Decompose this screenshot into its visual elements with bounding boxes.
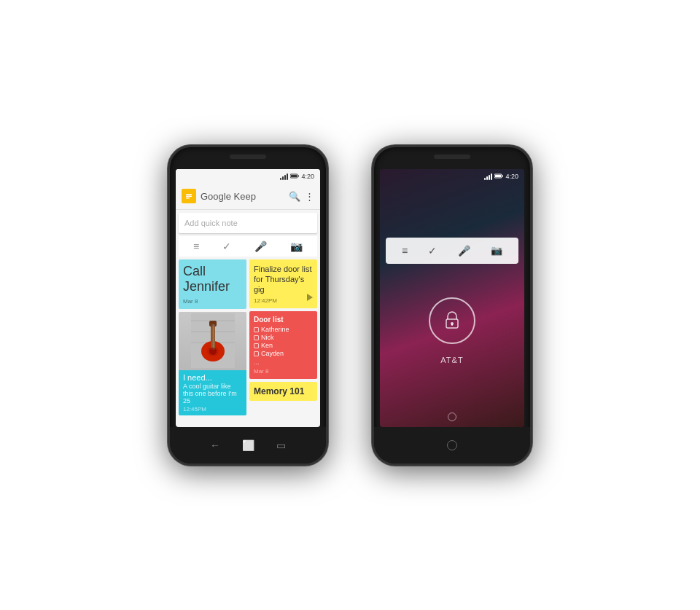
camera-action-icon[interactable]: 📷 — [290, 241, 303, 252]
svg-rect-1 — [298, 176, 300, 177]
svg-rect-5 — [186, 196, 192, 198]
lock-time-display: 4:20 — [505, 173, 518, 180]
status-bar: 4:20 — [176, 169, 320, 184]
note-guitar-image[interactable]: I need... A cool guitar like this one be… — [179, 312, 246, 415]
lock-battery-icon — [494, 173, 503, 179]
lock-mic-icon[interactable]: 🎤 — [458, 245, 470, 257]
lock-status-bar: 4:20 — [380, 169, 524, 184]
keep-toolbar: Google Keep 🔍 ⋮ — [176, 184, 320, 210]
phone-keep: 4:20 Google Keep 🔍 ⋮ Add quick — [168, 145, 328, 466]
lock-camera-icon[interactable]: 📷 — [491, 245, 502, 256]
lock-padlock-icon — [442, 309, 462, 332]
note-call-date: Mar 8 — [183, 298, 242, 305]
note-call-title: CallJennifer — [183, 264, 242, 295]
phone-lock: 4:20 ≡ ✓ 🎤 📷 AT&T — [372, 145, 532, 466]
guitar-svg — [191, 313, 235, 368]
lock-nav-bar — [374, 427, 530, 464]
more-icon[interactable]: ⋮ — [305, 191, 314, 202]
list-item-ken: Ken — [254, 342, 313, 349]
note-memory-101[interactable]: Memory 101 — [249, 382, 317, 401]
note-memory-title: Memory 101 — [254, 386, 313, 396]
lock-bottom — [448, 412, 456, 421]
note-guitar-caption: I need... A cool guitar like this one be… — [179, 370, 246, 415]
door-list-date: Mar 8 — [254, 368, 313, 375]
keep-logo — [182, 189, 196, 203]
phone-keep-screen: 4:20 Google Keep 🔍 ⋮ Add quick — [176, 169, 320, 427]
checkbox-nick — [254, 335, 259, 340]
checkbox-cayden — [254, 351, 259, 356]
svg-rect-20 — [502, 176, 504, 177]
back-nav-icon[interactable]: ← — [210, 439, 220, 451]
note-ineed-title: I need... — [183, 373, 242, 382]
quick-note-placeholder: Add quick note — [184, 219, 238, 227]
lock-center: AT&T — [429, 297, 475, 364]
recent-nav-icon[interactable]: ▭ — [276, 439, 286, 451]
note-finalize-title: Finalize door list for Thursday's gig — [254, 264, 313, 295]
note-ineed-time: 12:45PM — [183, 406, 242, 412]
note-door-title: Door list — [254, 316, 313, 324]
phone-lock-screen: 4:20 ≡ ✓ 🎤 📷 AT&T — [380, 169, 524, 427]
list-action-icon[interactable]: ≡ — [193, 241, 199, 252]
svg-rect-6 — [186, 198, 190, 199]
keep-app-title: Google Keep — [201, 191, 284, 202]
lock-signal-icon — [484, 173, 492, 180]
list-item-cayden: Cayden — [254, 350, 313, 357]
svg-rect-14 — [209, 321, 217, 326]
search-icon[interactable]: 🔍 — [289, 191, 300, 202]
note-ineed-body: A cool guitar like this one before I'm 2… — [183, 383, 242, 404]
list-ellipsis: ... — [254, 359, 313, 366]
list-item-katherine: Katherine — [254, 326, 313, 333]
signal-icon — [280, 173, 288, 180]
list-item-nick: Nick — [254, 334, 313, 341]
nav-bar: ← ⬜ ▭ — [170, 427, 326, 464]
svg-rect-24 — [451, 324, 453, 326]
svg-point-18 — [209, 348, 217, 355]
check-action-icon[interactable]: ✓ — [222, 241, 231, 252]
checkbox-katherine — [254, 327, 259, 332]
time-display: 4:20 — [301, 173, 314, 180]
svg-rect-4 — [186, 194, 192, 195]
battery-icon — [290, 173, 299, 179]
quick-note-input[interactable]: Add quick note — [179, 213, 317, 233]
notes-grid: CallJennifer Mar 8 — [176, 259, 320, 415]
lock-home-dot[interactable] — [448, 412, 456, 421]
lock-screen: 4:20 ≡ ✓ 🎤 📷 AT&T — [380, 169, 524, 427]
lock-nav-home[interactable] — [447, 440, 457, 450]
note-door-list[interactable]: Door list Katherine Nick Ken — [249, 311, 317, 379]
keep-app: 4:20 Google Keep 🔍 ⋮ Add quick — [176, 169, 320, 427]
lock-list-icon[interactable]: ≡ — [402, 245, 408, 257]
note-call-jennifer[interactable]: CallJennifer Mar 8 — [179, 259, 246, 309]
action-bar: ≡ ✓ 🎤 📷 — [179, 236, 317, 257]
mic-action-icon[interactable]: 🎤 — [254, 241, 267, 252]
carrier-label: AT&T — [440, 356, 463, 364]
svg-rect-21 — [495, 175, 501, 177]
checkbox-ken — [254, 343, 259, 348]
home-nav-icon[interactable]: ⬜ — [242, 439, 254, 451]
note-finalize-time: 12:42PM — [254, 297, 313, 304]
lock-quick-bar: ≡ ✓ 🎤 📷 — [386, 238, 518, 264]
note-finalize-door[interactable]: Finalize door list for Thursday's gig 12… — [249, 259, 317, 309]
svg-rect-2 — [291, 175, 297, 177]
lock-check-icon[interactable]: ✓ — [428, 245, 437, 257]
play-icon — [307, 294, 313, 301]
lock-circle[interactable] — [429, 297, 475, 344]
